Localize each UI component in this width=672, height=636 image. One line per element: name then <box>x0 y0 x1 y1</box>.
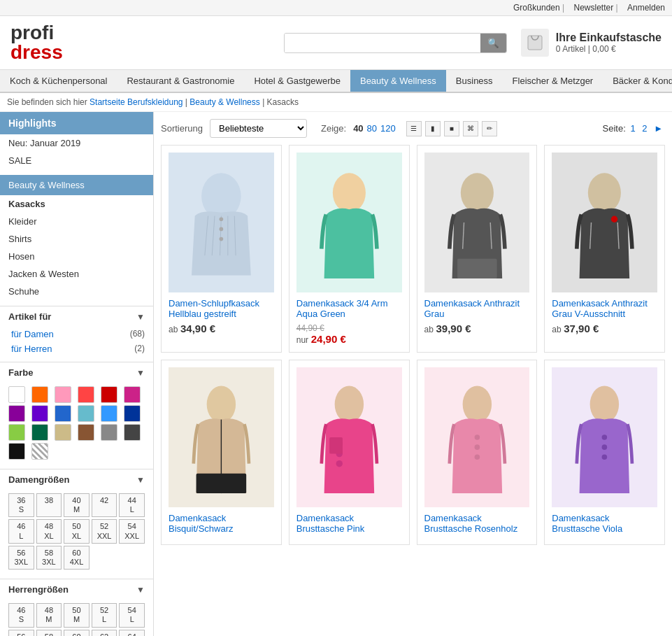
color-red-light[interactable] <box>78 386 94 403</box>
product-card-4[interactable]: Damenkasack Anthrazit Grau V-Ausschnitt … <box>544 145 665 353</box>
product-card-5[interactable]: Damenkasack Bisquit/Schwarz <box>161 360 282 545</box>
cart-area[interactable]: Ihre Einkaufstasche 0 Artikel | 0,00 € <box>521 29 662 57</box>
size-42[interactable]: 42 <box>92 493 117 517</box>
color-cyan[interactable] <box>78 405 94 422</box>
filter-damen-link[interactable]: für Damen <box>11 329 54 339</box>
color-black[interactable] <box>8 443 25 460</box>
nav-item-baecker[interactable]: Bäcker & Konditor <box>603 70 672 92</box>
product-card-1[interactable]: Damen-Schlupfkasack Hellblau gestreift a… <box>161 145 282 353</box>
sidebar-cat-schuhe[interactable]: Schuhe <box>0 283 153 300</box>
h-size-64-3xl[interactable]: 643XL <box>119 630 145 637</box>
color-magenta[interactable] <box>124 386 141 403</box>
h-size-50m[interactable]: 50M <box>64 603 90 627</box>
product-title-3[interactable]: Damenkasack Anthrazit Grau <box>424 298 530 319</box>
show-40[interactable]: 40 <box>353 123 363 134</box>
size-60-4xl[interactable]: 604XL <box>64 546 90 570</box>
product-card-7[interactable]: Damenkasack Brusttasche Rosenholz <box>417 360 538 545</box>
product-title-7[interactable]: Damenkasack Brusttasche Rosenholz <box>424 513 530 534</box>
color-violet[interactable] <box>31 405 48 422</box>
size-48xl[interactable]: 48XL <box>36 519 62 543</box>
color-grey-mid[interactable] <box>101 424 117 441</box>
size-50xl[interactable]: 50XL <box>64 519 90 543</box>
product-title-2[interactable]: Damenkasack 3/4 Arm Aqua Green <box>296 298 402 319</box>
color-brown[interactable] <box>78 424 94 441</box>
h-size-48m[interactable]: 48M <box>36 603 62 627</box>
h-size-54l[interactable]: 54L <box>119 603 145 627</box>
sort-select[interactable]: Beliebteste Preis aufsteigend Preis abst… <box>210 119 307 138</box>
search-input[interactable] <box>285 34 480 52</box>
product-title-5[interactable]: Damenkasack Bisquit/Schwarz <box>169 513 274 534</box>
h-size-60xxl[interactable]: 60XXL <box>64 630 90 637</box>
color-red[interactable] <box>101 386 117 403</box>
nav-item-koch[interactable]: Koch & Küchenpersonal <box>0 70 117 92</box>
size-58-3xl[interactable]: 583XL <box>36 546 62 570</box>
page-2-link[interactable]: 2 <box>642 123 647 134</box>
view-grid-2-icon[interactable]: ■ <box>444 121 459 136</box>
product-card-6[interactable]: Damenkasack Brusttasche Pink <box>289 360 410 545</box>
h-size-46s[interactable]: 46S <box>8 603 34 627</box>
search-button[interactable]: 🔍 <box>480 34 506 52</box>
color-blue-mid[interactable] <box>55 405 71 422</box>
product-title-6[interactable]: Damenkasack Brusttasche Pink <box>296 513 402 534</box>
sidebar-link-sale[interactable]: SALE <box>0 152 153 169</box>
page-next-arrow[interactable]: ► <box>654 123 663 134</box>
newsletter-link[interactable]: Newsletter <box>573 3 613 13</box>
sidebar-cat-hosen[interactable]: Hosen <box>0 248 153 265</box>
product-card-2[interactable]: Damenkasack 3/4 Arm Aqua Green 44,90 € n… <box>289 145 410 353</box>
color-purple[interactable] <box>8 405 25 422</box>
sidebar-cat-kasacks[interactable]: Kasacks <box>0 195 153 213</box>
product-title-4[interactable]: Damenkasack Anthrazit Grau V-Ausschnitt <box>552 298 657 319</box>
color-green-light[interactable] <box>8 424 25 441</box>
product-card-8[interactable]: Damenkasack Brusttasche Viola <box>544 360 665 545</box>
anmelden-link[interactable]: Anmelden <box>627 3 665 13</box>
nav-item-business[interactable]: Business <box>446 70 503 92</box>
grossekunden-link[interactable]: Großkunden <box>513 3 560 13</box>
filter-farbe-header[interactable]: Farbe ▼ <box>0 362 153 383</box>
size-44l[interactable]: 44L <box>119 493 145 517</box>
filter-herrengroessen-header[interactable]: Herrengrößen ▼ <box>0 579 153 600</box>
sidebar-cat-kleider[interactable]: Kleider <box>0 213 153 230</box>
size-40m[interactable]: 40M <box>64 493 90 517</box>
sidebar-cat-shirts[interactable]: Shirts <box>0 230 153 248</box>
breadcrumb-beauty[interactable]: Beauty & Wellness <box>190 97 260 107</box>
size-54xxl[interactable]: 54XXL <box>119 519 145 543</box>
color-green-dark[interactable] <box>31 424 48 441</box>
color-grey-dark[interactable] <box>124 424 141 441</box>
sidebar-cat-jacken[interactable]: Jacken & Westen <box>0 265 153 283</box>
show-80[interactable]: 80 <box>367 123 377 134</box>
color-beige[interactable] <box>55 424 71 441</box>
view-list-icon[interactable]: ☰ <box>406 121 422 136</box>
color-orange[interactable] <box>31 386 48 403</box>
show-120[interactable]: 120 <box>380 123 396 134</box>
h-size-62xxl[interactable]: 62XXL <box>92 630 117 637</box>
breadcrumb-home[interactable]: Startseite Berufskleidung <box>90 97 183 107</box>
color-sky[interactable] <box>101 405 117 422</box>
view-compact-icon[interactable]: ▮ <box>425 121 441 136</box>
product-title-8[interactable]: Damenkasack Brusttasche Viola <box>552 513 657 534</box>
color-striped[interactable] <box>31 443 48 460</box>
h-size-56xl[interactable]: 56XL <box>8 630 34 637</box>
page-1-link[interactable]: 1 <box>630 123 635 134</box>
size-52xxl[interactable]: 52XXL <box>92 519 117 543</box>
nav-item-hotel[interactable]: Hotel & Gastgewerbe <box>244 70 350 92</box>
color-pink-light[interactable] <box>55 386 71 403</box>
logo[interactable]: profi dress <box>10 23 63 62</box>
view-grid-3-icon[interactable]: ⌘ <box>463 121 478 136</box>
product-title-1[interactable]: Damen-Schlupfkasack Hellblau gestreift <box>169 298 274 319</box>
h-size-58xl[interactable]: 58XL <box>36 630 62 637</box>
size-46l[interactable]: 46L <box>8 519 34 543</box>
size-56-3xl[interactable]: 563XL <box>8 546 34 570</box>
nav-item-fleischer[interactable]: Fleischer & Metzger <box>503 70 603 92</box>
filter-artikel-header[interactable]: Artikel für ▼ <box>0 306 153 327</box>
color-navy[interactable] <box>124 405 141 422</box>
nav-item-restaurant[interactable]: Restaurant & Gastronomie <box>117 70 244 92</box>
nav-item-beauty[interactable]: Beauty & Wellness <box>350 70 446 92</box>
size-36s[interactable]: 36S <box>8 493 34 517</box>
color-white[interactable] <box>8 386 25 403</box>
view-grid-4-icon[interactable]: ✏ <box>482 121 497 136</box>
product-card-3[interactable]: Damenkasack Anthrazit Grau ab 39,90 € <box>417 145 538 353</box>
sidebar-link-neu[interactable]: Neu: Januar 2019 <box>0 134 153 152</box>
filter-herren-link[interactable]: für Herren <box>11 344 52 354</box>
h-size-52l[interactable]: 52L <box>92 603 117 627</box>
filter-damengroessen-header[interactable]: Damengrößen ▼ <box>0 469 153 490</box>
